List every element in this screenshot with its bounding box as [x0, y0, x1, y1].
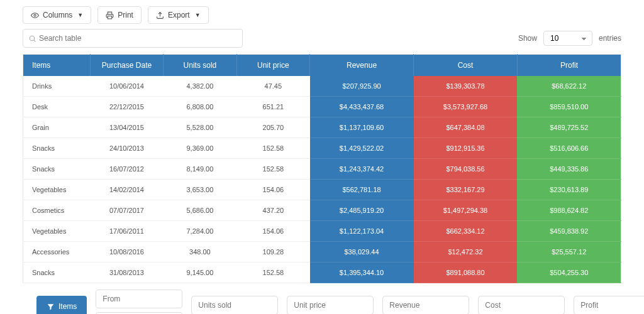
table-cell: 437.20 — [236, 200, 309, 221]
table-cell: $1,137,109.60 — [310, 117, 414, 138]
filter-profit-input[interactable] — [574, 296, 644, 314]
column-header[interactable]: Units sold — [164, 55, 236, 77]
table-cell: $1,243,374.42 — [310, 159, 414, 180]
table-cell: Vegetables — [23, 180, 91, 200]
table-row: Accessories10/08/2016348.00109.28$38,029… — [23, 242, 621, 263]
table-cell: $2,485,919.20 — [310, 200, 414, 221]
column-header[interactable]: Revenue — [310, 55, 414, 77]
filter-from-input[interactable] — [96, 290, 182, 308]
column-header[interactable]: Profit — [517, 55, 621, 77]
upload-icon — [156, 11, 164, 19]
table-cell: $1,497,294.38 — [414, 200, 518, 221]
table-cell: 8,149.00 — [164, 159, 236, 180]
table-cell: 5,686.00 — [164, 200, 236, 221]
table-cell: $3,573,927.68 — [414, 97, 518, 117]
table-cell: 13/04/2015 — [90, 117, 163, 138]
table-cell: 17/06/2011 — [90, 221, 163, 242]
filter-items-label: Items — [58, 302, 77, 311]
table-cell: $68,622.12 — [517, 76, 621, 97]
print-button[interactable]: Print — [97, 6, 142, 24]
search-input[interactable] — [36, 31, 237, 45]
table-cell: 31/08/2013 — [90, 263, 163, 283]
table-cell: $562,781.18 — [310, 180, 414, 200]
column-header[interactable]: Items — [23, 55, 91, 77]
table-row: Desk22/12/20156,808.00651.21$4,433,437.6… — [23, 97, 621, 117]
export-button[interactable]: Export ▼ — [148, 6, 209, 24]
filter-items-button[interactable]: Items — [36, 296, 87, 314]
table-cell: $988,624.82 — [517, 200, 621, 221]
caret-down-icon: ▼ — [195, 12, 201, 18]
table-cell: 152.58 — [236, 263, 309, 283]
table-cell: $207,925.90 — [310, 76, 414, 97]
svg-rect-1 — [108, 16, 113, 18]
column-header[interactable]: Unit price — [236, 55, 309, 77]
table-cell: 6,808.00 — [164, 97, 236, 117]
table-cell: 109.28 — [236, 242, 309, 263]
table-cell: $516,606.66 — [517, 138, 621, 159]
table-cell: $332,167.29 — [414, 180, 518, 200]
entries-label: entries — [599, 34, 621, 43]
svg-point-2 — [30, 36, 35, 41]
table-cell: 14/02/2014 — [90, 180, 163, 200]
table-cell: 4,382.00 — [164, 76, 236, 97]
table-cell: 154.06 — [236, 180, 309, 200]
table-row: Grain13/04/20155,528.00205.70$1,137,109.… — [23, 117, 621, 138]
table-cell: Snacks — [23, 263, 91, 283]
table-cell: $449,335.86 — [517, 159, 621, 180]
table-cell: 5,528.00 — [164, 117, 236, 138]
table-cell: 3,653.00 — [164, 180, 236, 200]
table-cell: $459,838.92 — [517, 221, 621, 242]
table-cell: $1,429,522.02 — [310, 138, 414, 159]
search-icon — [28, 35, 36, 43]
table-cell: 9,369.00 — [164, 138, 236, 159]
table-cell: 154.06 — [236, 221, 309, 242]
toolbar: Columns ▼ Print Export ▼ — [23, 6, 621, 24]
columns-label: Columns — [43, 11, 72, 19]
table-cell: 47.45 — [236, 76, 309, 97]
svg-point-0 — [34, 14, 36, 16]
data-table: ItemsPurchase DateUnits soldUnit priceRe… — [23, 54, 621, 283]
table-cell: 22/12/2015 — [90, 97, 163, 117]
table-cell: Snacks — [23, 138, 91, 159]
filter-price-input[interactable] — [287, 296, 374, 314]
table-cell: $1,395,344.10 — [310, 263, 414, 283]
table-cell: 9,145.00 — [164, 263, 236, 283]
printer-icon — [106, 11, 114, 19]
table-cell: Accessories — [23, 242, 91, 263]
column-header[interactable]: Purchase Date — [90, 55, 163, 77]
table-cell: $489,725.52 — [517, 117, 621, 138]
table-cell: 7,284.00 — [164, 221, 236, 242]
table-cell: Desk — [23, 97, 91, 117]
filter-cost-input[interactable] — [478, 296, 565, 314]
table-cell: $230,613.89 — [517, 180, 621, 200]
filter-units-input[interactable] — [191, 296, 278, 314]
page-size-select[interactable]: 10 — [543, 31, 592, 46]
table-cell: Cosmetics — [23, 200, 91, 221]
table-cell: $891,088.80 — [414, 263, 518, 283]
table-cell: $504,255.30 — [517, 263, 621, 283]
table-cell: 651.21 — [236, 97, 309, 117]
filter-revenue-input[interactable] — [382, 296, 469, 314]
table-row: Snacks31/08/20139,145.00152.58$1,395,344… — [23, 263, 621, 283]
table-row: Snacks24/10/20139,369.00152.58$1,429,522… — [23, 138, 621, 159]
columns-button[interactable]: Columns ▼ — [23, 6, 91, 24]
table-cell: 152.58 — [236, 138, 309, 159]
table-cell: $25,557.12 — [517, 242, 621, 263]
entries-control: Show 10 entries — [518, 31, 621, 46]
table-cell: 07/07/2017 — [90, 200, 163, 221]
table-cell: 10/08/2016 — [90, 242, 163, 263]
filter-bar: Items — [23, 283, 621, 314]
table-cell: $38,029.44 — [310, 242, 414, 263]
table-cell: 10/06/2014 — [90, 76, 163, 97]
table-row: Vegetables17/06/20117,284.00154.06$1,122… — [23, 221, 621, 242]
search-container — [23, 29, 243, 48]
filter-icon — [47, 303, 55, 311]
table-row: Drinks10/06/20144,382.0047.45$207,925.90… — [23, 76, 621, 97]
table-cell: 24/10/2013 — [90, 138, 163, 159]
column-header[interactable]: Cost — [414, 55, 518, 77]
table-cell: $647,384.08 — [414, 117, 518, 138]
table-cell: 205.70 — [236, 117, 309, 138]
table-cell: Snacks — [23, 159, 91, 180]
table-cell: 152.58 — [236, 159, 309, 180]
table-cell: $139,303.78 — [414, 76, 518, 97]
